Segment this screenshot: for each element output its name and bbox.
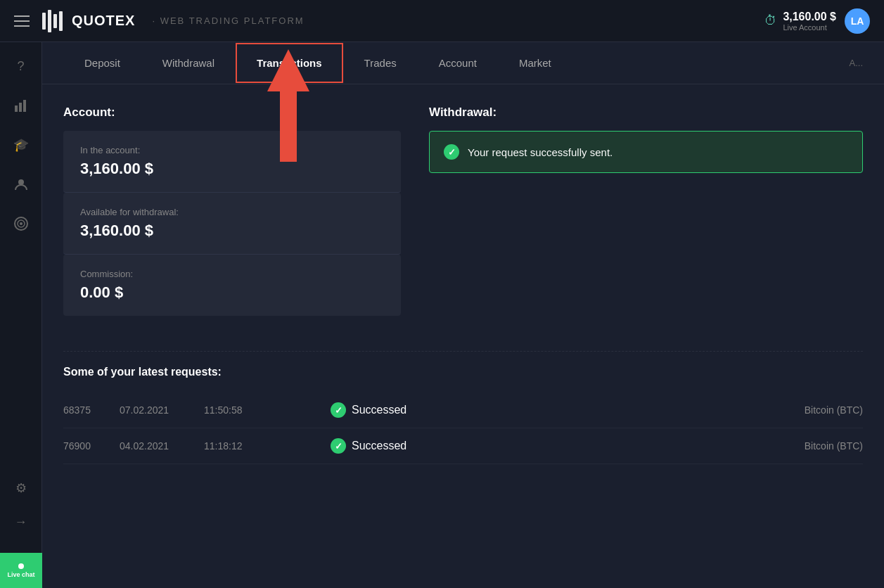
section-separator [63, 351, 863, 352]
help-icon[interactable]: ? [11, 56, 31, 76]
account-panel-title: Account: [63, 106, 401, 120]
svg-point-7 [18, 179, 24, 185]
finance-icon[interactable] [11, 214, 31, 234]
tab-withdrawal[interactable]: Withdrawal [141, 43, 236, 83]
req-status-text-0: Successed [352, 404, 406, 416]
live-chat-button[interactable]: Live chat [0, 553, 42, 588]
user-icon[interactable] [11, 174, 31, 194]
svg-rect-0 [42, 13, 46, 30]
in-account-label: In the account: [80, 145, 384, 155]
platform-label: · WEB TRADING PLATFORM [152, 15, 304, 26]
tab-account[interactable]: Account [418, 43, 498, 83]
available-value: 3,160.00 $ [80, 222, 384, 240]
req-status-0: Successed [331, 402, 764, 418]
chart-icon[interactable] [11, 96, 31, 115]
svg-rect-3 [59, 11, 63, 31]
req-currency-1: Bitcoin (BTC) [779, 440, 863, 452]
logo-icon [41, 8, 66, 34]
tab-transactions[interactable]: Transactions [236, 43, 343, 83]
forward-icon[interactable]: → [11, 512, 31, 532]
hamburger-menu[interactable] [14, 15, 30, 27]
content-area: Account: In the account: 3,160.00 $ Avai… [42, 84, 884, 337]
tabs-bar: Deposit Withdrawal Transactions Trades A… [42, 42, 884, 84]
req-currency-0: Bitcoin (BTC) [779, 404, 863, 416]
request-row-1: 76900 04.02.2021 11:18:12 Successed Bitc… [63, 428, 863, 464]
latest-requests-section: Some of your latest requests: 68375 07.0… [42, 366, 884, 485]
logo: QUOTEX [41, 8, 135, 34]
status-check-icon-1 [331, 438, 346, 454]
status-check-icon-0 [331, 402, 346, 418]
right-panel: Withdrawal: Your request successfully se… [429, 106, 863, 316]
req-time-1: 11:18:12 [204, 440, 260, 452]
req-date-1: 04.02.2021 [120, 440, 190, 452]
tab-deposit[interactable]: Deposit [63, 43, 141, 83]
topbar: QUOTEX · WEB TRADING PLATFORM ⏱ 3,160.00… [0, 0, 884, 42]
tab-market[interactable]: Market [498, 43, 572, 83]
req-status-1: Successed [331, 438, 764, 454]
settings-icon[interactable]: ⚙ [11, 478, 31, 498]
tab-extra: A... [849, 58, 863, 68]
education-icon[interactable]: 🎓 [11, 135, 31, 155]
svg-rect-4 [15, 106, 18, 112]
svg-point-10 [20, 222, 23, 225]
in-account-value: 3,160.00 $ [80, 160, 384, 178]
balance-amount: 3,160.00 $ [783, 11, 836, 23]
logo-text: QUOTEX [72, 13, 135, 29]
commission-label: Commission: [80, 269, 384, 279]
req-id-0: 68375 [63, 404, 105, 416]
in-account-card: In the account: 3,160.00 $ [63, 131, 401, 193]
svg-rect-6 [23, 100, 26, 112]
svg-rect-1 [48, 10, 51, 32]
live-chat-label: Live chat [7, 571, 34, 578]
balance-area: ⏱ 3,160.00 $ Live Account [764, 11, 836, 32]
topbar-right: ⏱ 3,160.00 $ Live Account LA [764, 8, 870, 34]
main-content: Deposit Withdrawal Transactions Trades A… [42, 42, 884, 588]
svg-rect-2 [53, 14, 57, 28]
check-circle-icon [444, 144, 459, 160]
commission-value: 0.00 $ [80, 283, 384, 302]
success-message: Your request successfully sent. [468, 146, 613, 158]
sidebar-bottom: ⚙ → [11, 478, 31, 532]
avatar[interactable]: LA [845, 8, 870, 34]
latest-requests-title: Some of your latest requests: [63, 366, 863, 378]
left-panel: Account: In the account: 3,160.00 $ Avai… [63, 106, 401, 316]
commission-card: Commission: 0.00 $ [63, 255, 401, 316]
sidebar: ? 🎓 ⚙ → Live chat [0, 42, 42, 588]
withdrawal-title: Withdrawal: [429, 106, 863, 120]
req-date-0: 07.02.2021 [120, 404, 190, 416]
request-row: 68375 07.02.2021 11:50:58 Successed Bitc… [63, 392, 863, 428]
clock-icon: ⏱ [764, 13, 777, 28]
success-banner: Your request successfully sent. [429, 131, 863, 173]
topbar-left: QUOTEX · WEB TRADING PLATFORM [14, 8, 305, 34]
tab-trades[interactable]: Trades [343, 43, 418, 83]
available-label: Available for withdrawal: [80, 207, 384, 217]
live-chat-dot [18, 563, 24, 569]
account-type: Live Account [783, 23, 836, 32]
available-withdrawal-card: Available for withdrawal: 3,160.00 $ [63, 193, 401, 255]
req-time-0: 11:50:58 [204, 404, 260, 416]
svg-rect-5 [19, 103, 22, 112]
balance-info: 3,160.00 $ Live Account [783, 11, 836, 32]
req-id-1: 76900 [63, 440, 105, 452]
req-status-text-1: Successed [352, 440, 406, 452]
